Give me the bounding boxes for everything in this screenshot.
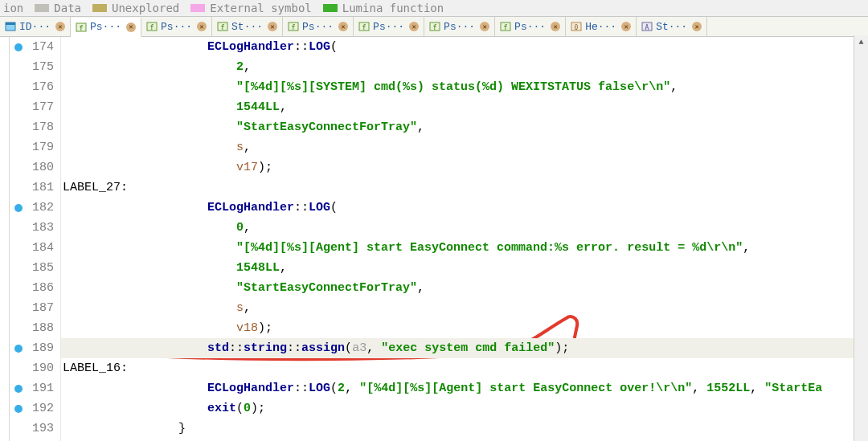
token-pl: LABEL_16:: [63, 361, 128, 375]
code-line[interactable]: v17);: [61, 157, 868, 178]
tab-icon-code: f: [76, 22, 87, 33]
vertical-scrollbar[interactable]: ▲: [854, 35, 868, 441]
legend-label: External symbol: [210, 2, 311, 14]
editor-tab[interactable]: ID···✕: [0, 17, 71, 36]
line-number[interactable]: 177: [10, 97, 59, 117]
tab-label: Ps···: [514, 21, 546, 33]
tab-icon-hex: 0: [571, 21, 582, 32]
close-icon[interactable]: ✕: [55, 22, 65, 31]
code-line[interactable]: "StartEasyConnectForTray",: [61, 278, 868, 298]
line-number[interactable]: 185: [10, 258, 59, 278]
line-number-gutter[interactable]: 1741751761771781791801811821831841851861…: [10, 37, 61, 441]
code-line[interactable]: s,: [61, 298, 868, 318]
line-number[interactable]: 176: [10, 77, 59, 97]
svg-text:f: f: [149, 23, 154, 31]
line-number[interactable]: 182: [10, 198, 59, 218]
editor-tab[interactable]: fPs···✕: [141, 17, 212, 36]
token-fn: string: [244, 341, 287, 355]
svg-text:f: f: [220, 23, 224, 31]
indent: [63, 161, 236, 174]
code-line[interactable]: 1548LL,: [61, 258, 868, 278]
code-line[interactable]: LABEL_27:: [61, 178, 868, 198]
close-icon[interactable]: ✕: [692, 22, 702, 31]
token-id: s: [236, 301, 244, 315]
token-num: 2: [236, 60, 244, 74]
line-number[interactable]: 192: [10, 398, 59, 419]
line-number[interactable]: 191: [10, 378, 59, 398]
line-number[interactable]: 183: [10, 218, 59, 238]
token-pl: ::: [287, 341, 301, 355]
indent: [63, 141, 236, 154]
code-line[interactable]: LABEL_16:: [61, 358, 868, 378]
line-number[interactable]: 188: [10, 318, 59, 338]
indent: [63, 422, 178, 435]
line-number[interactable]: 178: [10, 117, 59, 137]
code-line[interactable]: ECLogHandler::LOG(2, "[%4d][%s][Agent] s…: [61, 378, 868, 398]
code-line[interactable]: "StartEasyConnectForTray",: [61, 117, 868, 137]
code-line[interactable]: 1544LL,: [61, 97, 868, 117]
code-line[interactable]: 0,: [61, 218, 868, 238]
code-line[interactable]: ECLogHandler::LOG(: [61, 37, 868, 57]
token-pl: ,: [280, 261, 287, 275]
line-number[interactable]: 175: [10, 57, 59, 77]
legend-label: ion: [3, 2, 23, 14]
editor-tab[interactable]: fPs···✕: [71, 18, 141, 37]
line-number[interactable]: 187: [10, 298, 59, 318]
line-number[interactable]: 181: [10, 178, 59, 198]
code-line[interactable]: exit(0);: [61, 398, 868, 419]
legend-swatch: [35, 4, 49, 12]
code-line[interactable]: "[%4d][%s][SYSTEM] cmd(%s) status(%d) WE…: [61, 77, 868, 97]
close-icon[interactable]: ✕: [480, 22, 489, 31]
token-pl: (: [330, 40, 338, 54]
line-number[interactable]: 186: [10, 278, 59, 298]
line-number[interactable]: 184: [10, 238, 59, 258]
editor-tab[interactable]: ASt···✕: [637, 17, 707, 36]
code-line[interactable]: ECLogHandler::LOG(: [61, 198, 868, 218]
editor-tab[interactable]: fSt···✕: [212, 17, 283, 36]
token-num: 0: [244, 402, 251, 415]
editor-tab[interactable]: fPs···✕: [283, 17, 354, 36]
indent: [63, 281, 236, 295]
token-pl: ,: [280, 100, 287, 114]
code-line[interactable]: }: [61, 419, 868, 439]
line-number[interactable]: 180: [10, 157, 59, 178]
code-line[interactable]: "[%4d][%s][Agent] start EasyConnect comm…: [61, 238, 868, 258]
token-pl: ,: [345, 382, 359, 395]
token-id: s: [236, 141, 244, 154]
code-line[interactable]: s,: [61, 137, 868, 157]
tab-label: Ps···: [444, 21, 475, 33]
tab-icon-code: f: [217, 21, 228, 32]
token-arg: a3: [352, 341, 366, 355]
scroll-up-arrow-icon[interactable]: ▲: [854, 35, 868, 49]
close-icon[interactable]: ✕: [409, 22, 419, 31]
indent: [63, 402, 207, 415]
close-icon[interactable]: ✕: [126, 22, 136, 32]
svg-text:f: f: [362, 23, 366, 31]
editor-tab[interactable]: fPs···✕: [495, 17, 566, 36]
close-icon[interactable]: ✕: [338, 22, 348, 31]
close-icon[interactable]: ✕: [268, 22, 277, 31]
line-number[interactable]: 179: [10, 137, 59, 157]
token-num: 0: [236, 221, 244, 235]
editor-tab[interactable]: fPs···✕: [424, 17, 495, 36]
code-line[interactable]: std::string::assign(a3, "exec system cmd…: [61, 338, 868, 358]
indent: [63, 40, 207, 54]
editor-tab[interactable]: 0He···✕: [566, 17, 637, 36]
line-number[interactable]: 189: [10, 338, 59, 358]
code-line[interactable]: v18);: [61, 318, 868, 338]
legend-item: Unexplored: [92, 2, 179, 14]
code-editor[interactable]: 1741751761771781791801811821831841851861…: [0, 37, 868, 441]
legend-item: ion: [3, 2, 23, 14]
svg-text:f: f: [79, 24, 83, 32]
line-number[interactable]: 190: [10, 358, 59, 378]
close-icon[interactable]: ✕: [197, 22, 207, 31]
token-fn: assign: [301, 341, 345, 355]
close-icon[interactable]: ✕: [551, 22, 560, 31]
close-icon[interactable]: ✕: [621, 22, 631, 31]
svg-text:f: f: [503, 23, 507, 31]
code-content[interactable]: ECLogHandler::LOG( 2, "[%4d][%s][SYSTEM]…: [61, 37, 868, 441]
editor-tab[interactable]: fPs···✕: [354, 17, 424, 36]
code-line[interactable]: 2,: [61, 57, 868, 77]
line-number[interactable]: 174: [10, 37, 59, 57]
line-number[interactable]: 193: [10, 419, 59, 439]
